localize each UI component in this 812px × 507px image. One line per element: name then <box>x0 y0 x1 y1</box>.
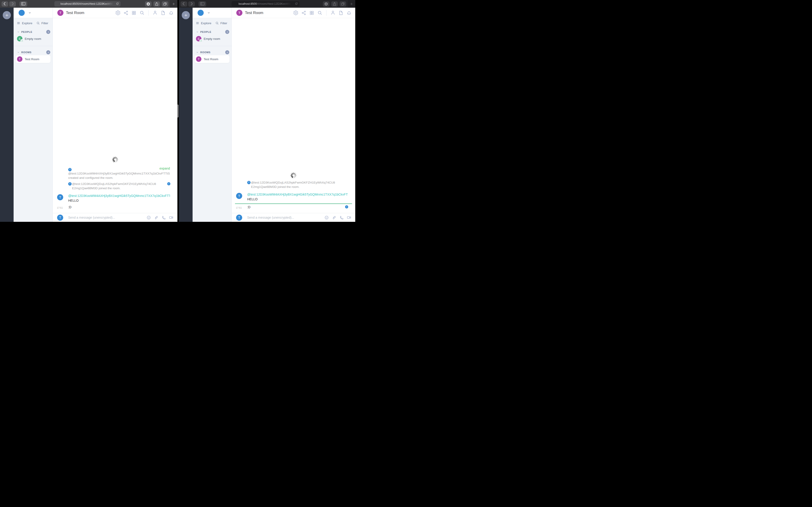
people-section-header[interactable]: PEOPLE <box>193 30 232 34</box>
emoji-icon[interactable] <box>324 215 329 220</box>
share-room-icon[interactable] <box>301 10 306 15</box>
share-button[interactable] <box>331 1 338 7</box>
sender-avatar[interactable]: T <box>236 193 242 199</box>
download-icon <box>324 2 328 6</box>
sender-avatar[interactable]: T <box>57 194 63 200</box>
forward-button[interactable] <box>188 1 195 7</box>
video-call-icon[interactable] <box>169 215 174 220</box>
new-tab-button[interactable] <box>348 0 355 8</box>
composer-avatar: T <box>57 215 63 221</box>
create-community-button[interactable] <box>3 11 11 19</box>
video-call-icon[interactable] <box>347 215 352 220</box>
message-input[interactable]: Send a message (unencrypted)... <box>247 216 294 219</box>
avatar: T <box>68 182 71 186</box>
new-tab-button[interactable] <box>170 0 177 8</box>
share-room-icon[interactable] <box>123 10 129 15</box>
address-bar[interactable]: localhost:8500/#/room/#test:12D3KooWM4AX… <box>54 1 120 7</box>
search-icon[interactable] <box>139 10 145 15</box>
expand-link[interactable]: expand <box>159 166 170 170</box>
chevron-down-icon[interactable] <box>207 11 210 14</box>
voice-call-icon[interactable] <box>339 215 344 220</box>
room-header: T Test Room <box>53 8 177 18</box>
room-name[interactable]: Test Room <box>245 11 263 15</box>
community-rail <box>0 8 14 222</box>
sidebar-toggle-button[interactable] <box>19 1 27 7</box>
message-text: :D <box>68 205 71 209</box>
browser-toolbar-left: localhost:8500/#/room/#test:12D3KooWM4AX… <box>0 0 177 8</box>
create-community-button[interactable] <box>182 11 190 19</box>
list-item-empty-room[interactable]: E Empty room <box>195 35 230 43</box>
plus-icon <box>226 31 229 33</box>
settings-gear-icon[interactable] <box>115 10 120 15</box>
voice-call-icon[interactable] <box>161 215 166 220</box>
room-list-panel: Explore Filter PEOPLE E Empty <box>14 18 53 222</box>
event-text: @test:12D3KooWQDujLAS2hpkFwmGKFZH1EyWhXq… <box>251 180 348 185</box>
attachment-icon[interactable] <box>154 215 159 220</box>
search-icon[interactable] <box>317 10 322 15</box>
files-icon[interactable] <box>161 10 166 15</box>
rooms-section-header[interactable]: ROOMS <box>193 50 232 55</box>
user-avatar[interactable] <box>18 10 25 16</box>
sender-name[interactable]: @test:12D3KooWM4AXHj3yBX1wgHGik5TyGQMnmc… <box>68 193 170 198</box>
list-item-empty-room[interactable]: E Empty room <box>16 35 51 43</box>
chevron-down-icon[interactable] <box>28 11 32 14</box>
room-avatar[interactable]: T <box>57 10 63 16</box>
chat-column: T Test Room T @test: <box>232 8 355 222</box>
reload-icon[interactable] <box>115 2 119 6</box>
forward-button[interactable] <box>9 1 16 7</box>
settings-gear-icon[interactable] <box>293 10 298 15</box>
explore-button[interactable]: Explore <box>17 21 33 25</box>
notifications-bell-icon[interactable] <box>346 10 352 15</box>
emoji-icon[interactable] <box>146 215 151 220</box>
attachment-icon[interactable] <box>332 215 337 220</box>
divider <box>193 46 232 46</box>
tab-overview-button[interactable] <box>340 1 346 7</box>
room-list-column: Explore Filter PEOPLE E Empty <box>193 8 232 222</box>
sidebar-toggle-icon <box>21 1 26 6</box>
members-icon[interactable] <box>330 10 336 15</box>
filter-input[interactable]: Filter <box>36 21 48 25</box>
event-text: @test:12D3KooWQDujLAS2hpkFwmGKFZH1EyWhXq… <box>72 182 170 186</box>
room-name-label: Test Room <box>25 57 39 61</box>
downloads-button[interactable] <box>323 1 329 7</box>
sidebar-toggle-button[interactable] <box>198 1 206 7</box>
room-name[interactable]: Test Room <box>66 11 84 15</box>
explore-button[interactable]: Explore <box>196 21 211 25</box>
share-icon <box>333 2 337 6</box>
add-room-button[interactable] <box>46 50 50 54</box>
list-item-test-room[interactable]: T Test Room <box>16 55 51 63</box>
list-item-test-room[interactable]: T Test Room <box>195 55 230 63</box>
share-button[interactable] <box>153 1 160 7</box>
room-avatar[interactable]: T <box>236 10 242 16</box>
back-button[interactable] <box>2 1 8 7</box>
notifications-bell-icon[interactable] <box>168 10 174 15</box>
apps-grid-icon[interactable] <box>309 10 314 15</box>
apps-grid-icon[interactable] <box>132 10 136 15</box>
invite-person-icon <box>20 39 23 42</box>
avatar: T <box>196 56 201 62</box>
start-chat-button[interactable] <box>46 30 50 34</box>
plus-icon <box>226 51 229 54</box>
downloads-button[interactable] <box>145 1 152 7</box>
user-avatar[interactable] <box>198 10 204 16</box>
chevron-down-icon <box>196 31 199 33</box>
filter-input[interactable]: Filter <box>215 21 227 25</box>
add-room-button[interactable] <box>225 50 229 54</box>
rooms-section-header[interactable]: ROOMS <box>14 50 53 55</box>
sender-name[interactable]: @test:12D3KooWM4AXHj3yBX1wgHGik5TyGQMnmc… <box>247 192 348 197</box>
members-icon[interactable] <box>152 10 158 15</box>
start-chat-button[interactable] <box>225 30 229 34</box>
files-icon[interactable] <box>339 10 344 15</box>
avatar: T <box>17 56 22 62</box>
people-section-header[interactable]: PEOPLE <box>14 30 53 34</box>
message-input[interactable]: Send a message (unencrypted)... <box>68 216 115 219</box>
search-icon <box>215 21 219 25</box>
reload-icon[interactable] <box>295 2 298 6</box>
address-bar[interactable]: localhost:8500/#/room/#test:12D3KooWM4AX… <box>232 1 300 7</box>
url-host: localhost:8500 <box>60 2 79 5</box>
message-composer: T Send a message (unencrypted)... <box>232 213 355 222</box>
tab-overview-button[interactable] <box>162 1 168 7</box>
back-button[interactable] <box>181 1 187 7</box>
rooms-section-label: ROOMS <box>21 51 32 54</box>
window-scrollbar-thumb[interactable] <box>177 105 179 117</box>
